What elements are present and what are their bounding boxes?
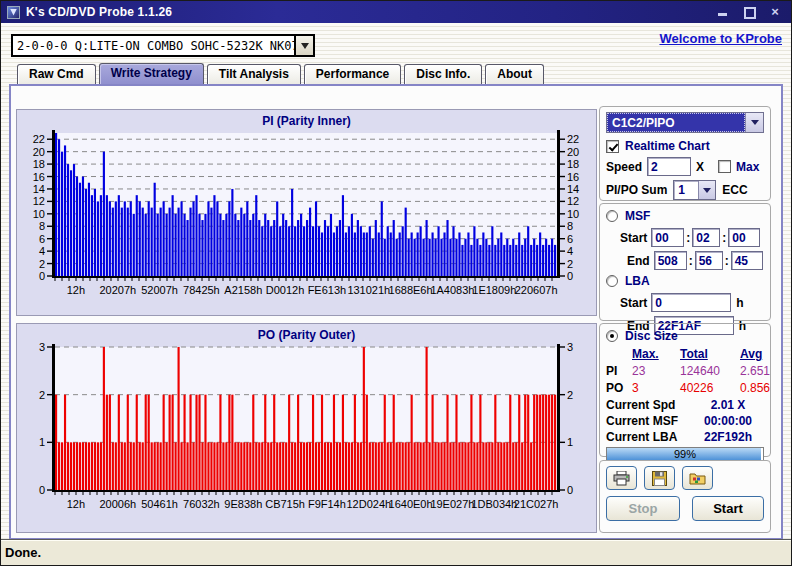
svg-text:16: 16 (33, 171, 45, 183)
msf-start-frame-input[interactable]: 00 (728, 228, 760, 247)
msf-start-min-input[interactable]: 00 (651, 228, 684, 247)
start-button[interactable]: Start (692, 496, 764, 521)
pi-total-value: 124640 (680, 364, 740, 378)
po-chart-plot: 0011223312h20006h50461h76032h9E838hCB715… (19, 342, 594, 524)
po-stats-row: PO 3 40226 0.856 (606, 381, 764, 395)
svg-text:2: 2 (567, 389, 573, 401)
stats-header-total: Total (680, 347, 740, 361)
speed-label: Speed (606, 160, 642, 174)
scan-progress-bar: 99% (606, 447, 764, 461)
svg-text:1: 1 (39, 436, 45, 448)
drive-selector-arrow[interactable] (294, 36, 313, 55)
tab-write-strategy[interactable]: Write Strategy (99, 63, 204, 84)
stats-header-avg: Avg (740, 347, 764, 361)
svg-text:50461h: 50461h (141, 498, 178, 510)
msf-start-sec-input[interactable]: 02 (692, 228, 720, 247)
pi-avg-value: 2.651 (740, 364, 770, 378)
msf-end-min-input[interactable]: 508 (654, 251, 687, 270)
chevron-down-icon (703, 188, 711, 193)
msf-end-label: End (627, 254, 650, 268)
msf-separator: : (689, 254, 693, 268)
disc-size-radio[interactable] (606, 330, 618, 342)
save-button[interactable] (644, 466, 675, 490)
svg-text:18: 18 (33, 158, 45, 170)
disc-size-label: Disc Size (625, 329, 678, 343)
current-lba-row: Current LBA 22F192h (606, 430, 764, 444)
svg-text:4: 4 (567, 245, 573, 257)
svg-text:3: 3 (39, 342, 45, 353)
tab-raw-cmd[interactable]: Raw Cmd (17, 64, 96, 84)
svg-text:12: 12 (33, 195, 45, 207)
maximize-icon[interactable] (743, 6, 755, 18)
mode-select[interactable]: C1C2/PIPO (606, 112, 764, 133)
msf-separator: : (725, 254, 729, 268)
svg-text:20: 20 (567, 146, 579, 158)
svg-text:4: 4 (39, 245, 45, 257)
svg-text:6: 6 (39, 233, 45, 245)
minimize-icon[interactable] (717, 6, 729, 18)
svg-text:12h: 12h (67, 284, 85, 296)
measurement-settings-group: C1C2/PIPO Realtime Chart Speed 2 X Max P… (599, 106, 771, 201)
tab-about[interactable]: About (485, 64, 544, 84)
svg-text:52007h: 52007h (141, 284, 178, 296)
svg-text:20006h: 20006h (99, 498, 136, 510)
print-icon (613, 471, 630, 486)
msf-separator: : (686, 231, 690, 245)
speed-unit-label: X (696, 160, 704, 174)
svg-text:10: 10 (567, 208, 579, 220)
svg-text:0: 0 (39, 484, 45, 496)
export-image-icon (689, 471, 706, 485)
app-window: K's CD/DVD Probe 1.1.26 × 2-0-0-0 Q:LITE… (0, 0, 792, 566)
pipo-sum-select[interactable]: 1 (673, 180, 716, 200)
tab-performance[interactable]: Performance (304, 64, 401, 84)
mode-select-arrow[interactable] (745, 113, 763, 132)
export-image-button[interactable] (682, 466, 713, 490)
svg-text:12D024h: 12D024h (346, 498, 391, 510)
pi-max-value: 23 (632, 364, 680, 378)
svg-text:1A4083h: 1A4083h (430, 284, 474, 296)
svg-text:20: 20 (33, 146, 45, 158)
tab-disc-info[interactable]: Disc Info. (404, 64, 482, 84)
svg-text:2: 2 (39, 389, 45, 401)
drive-selector[interactable]: 2-0-0-0 Q:LITE-ON COMBO SOHC-5232K NK07 (11, 34, 315, 57)
svg-text:2: 2 (39, 258, 45, 270)
speed-input[interactable]: 2 (647, 157, 691, 176)
welcome-link[interactable]: Welcome to KProbe (659, 31, 782, 46)
actions-group: Stop Start (599, 460, 771, 533)
svg-text:18: 18 (567, 158, 579, 170)
svg-text:1640E0h: 1640E0h (389, 498, 433, 510)
pipo-sum-label: PI/PO Sum (606, 183, 667, 197)
svg-text:76032h: 76032h (183, 498, 220, 510)
print-button[interactable] (606, 466, 637, 490)
app-icon (7, 6, 20, 19)
pipo-sum-arrow[interactable] (698, 181, 715, 199)
current-speed-row: Current Spd 2.01 X (606, 398, 764, 412)
tab-tilt-analysis[interactable]: Tilt Analysis (207, 64, 301, 84)
msf-end-sec-input[interactable]: 56 (695, 251, 723, 270)
current-msf-value: 00:00:00 (692, 414, 764, 428)
stop-button[interactable]: Stop (606, 496, 680, 521)
lba-radio[interactable] (606, 275, 618, 287)
ecc-label: ECC (722, 183, 747, 197)
svg-text:0: 0 (567, 484, 573, 496)
current-spd-label: Current Spd (606, 398, 692, 412)
svg-text:1E1809h: 1E1809h (472, 284, 516, 296)
po-avg-value: 0.856 (740, 381, 770, 395)
msf-end-frame-input[interactable]: 45 (731, 251, 763, 270)
lba-label: LBA (625, 274, 650, 288)
msf-radio[interactable] (606, 210, 618, 222)
po-chart-title: PO (Parity Outer) (17, 324, 596, 342)
svg-text:10: 10 (33, 208, 45, 220)
dialog-body: 2-0-0-0 Q:LITE-ON COMBO SOHC-5232K NK07 … (1, 23, 791, 539)
chevron-down-icon (751, 120, 759, 125)
msf-label: MSF (625, 209, 650, 223)
lba-start-input[interactable]: 0 (651, 293, 731, 312)
svg-text:F9F14h: F9F14h (308, 498, 346, 510)
close-icon[interactable]: × (769, 6, 781, 18)
realtime-chart-checkbox[interactable] (606, 140, 619, 153)
max-speed-checkbox[interactable] (718, 160, 731, 173)
window-title: K's CD/DVD Probe 1.1.26 (26, 5, 172, 19)
svg-text:FE613h: FE613h (308, 284, 347, 296)
po-total-value: 40226 (680, 381, 740, 395)
svg-text:1: 1 (567, 436, 573, 448)
